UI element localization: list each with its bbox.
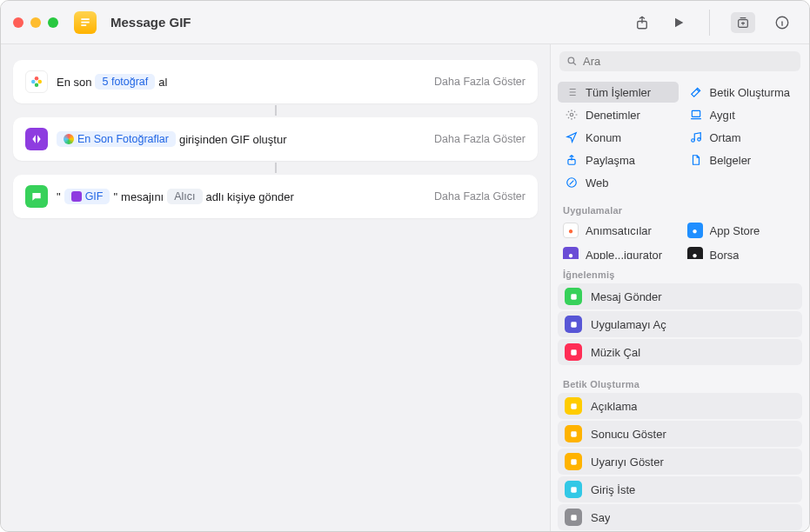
scripting-list: AçıklamaSonucu GösterUyarıyı GösterGiriş… <box>558 393 802 531</box>
script-input[interactable]: Giriş İste <box>558 476 802 502</box>
message-icon <box>565 288 582 305</box>
action-make-gif[interactable]: En Son Fotoğraflar girişinden GIF oluştu… <box>13 117 538 161</box>
pinned-play[interactable]: Müzik Çal <box>558 339 802 365</box>
category-label: Konum <box>586 131 621 144</box>
count-icon <box>565 509 582 526</box>
result-icon <box>565 425 582 442</box>
app-appstore[interactable]: ●App Store <box>682 219 803 242</box>
section-header-apps: Uygulamalar <box>558 200 802 219</box>
svg-rect-18 <box>571 431 576 436</box>
svg-point-3 <box>35 76 39 81</box>
device-icon <box>689 108 703 122</box>
list-item-label: Müzik Çal <box>591 346 640 359</box>
category-wand[interactable]: Betik Oluşturma <box>682 82 803 103</box>
stocks-icon: ● <box>687 247 703 259</box>
svg-point-6 <box>31 80 36 84</box>
search-input[interactable] <box>583 55 793 68</box>
recipient-token[interactable]: Alıcı <box>167 189 202 204</box>
share-icon <box>565 153 579 167</box>
safari-icon <box>565 176 579 190</box>
content-area: En son 5 fotoğraf al Daha Fazla Göster E… <box>1 44 809 531</box>
category-label: Belgeler <box>710 154 752 167</box>
workflow-editor[interactable]: En son 5 fotoğraf al Daha Fazla Göster E… <box>1 44 551 531</box>
script-result[interactable]: Sonucu Göster <box>558 421 802 447</box>
shortcut-icon <box>74 11 97 34</box>
list-item-label: Uygulamayı Aç <box>591 318 666 331</box>
svg-point-5 <box>35 83 39 88</box>
run-button[interactable] <box>669 13 688 32</box>
gif-action-icon <box>25 128 48 150</box>
svg-rect-15 <box>571 322 576 327</box>
share-button[interactable] <box>633 13 652 32</box>
cfg-icon: ● <box>563 247 579 259</box>
apps-grid: ●Anımsatıcılar●App Store●Apple...igurato… <box>558 219 802 259</box>
category-gear[interactable]: Denetimler <box>558 104 679 125</box>
category-label: Paylaşma <box>586 154 635 167</box>
list-item-label: Uyarıyı Göster <box>591 456 664 469</box>
input-variable-token[interactable]: En Son Fotoğraflar <box>57 131 176 147</box>
category-safari[interactable]: Web <box>558 172 679 193</box>
category-label: Ortam <box>710 131 741 144</box>
photo-count-token[interactable]: 5 fotoğraf <box>95 74 155 90</box>
category-share[interactable]: Paylaşma <box>558 150 679 170</box>
category-device[interactable]: Aygıt <box>682 104 803 125</box>
svg-point-4 <box>38 80 43 84</box>
action-library: Tüm İşlemlerBetik OluşturmaDenetimlerAyg… <box>551 44 809 531</box>
category-label: Web <box>586 176 609 190</box>
category-list[interactable]: Tüm İşlemler <box>558 82 679 103</box>
show-more-button[interactable]: Daha Fazla Göster <box>434 133 525 145</box>
gif-variable-token[interactable]: GIF <box>64 189 110 204</box>
action-get-photos[interactable]: En son 5 fotoğraf al Daha Fazla Göster <box>13 60 538 103</box>
gear-icon <box>565 108 579 122</box>
svg-rect-21 <box>571 515 576 520</box>
library-toggle-button[interactable] <box>731 12 755 33</box>
info-button[interactable] <box>773 13 792 32</box>
script-comment[interactable]: Açıklama <box>558 393 802 419</box>
list-icon <box>565 85 579 99</box>
svg-point-8 <box>570 113 573 116</box>
svg-rect-20 <box>571 487 576 492</box>
svg-point-7 <box>568 57 574 63</box>
app-cfg[interactable]: ●Apple...igurator <box>558 243 679 259</box>
category-doc[interactable]: Belgeler <box>682 150 803 170</box>
pinned-open[interactable]: Uygulamayı Aç <box>558 311 802 337</box>
comment-icon <box>565 397 582 415</box>
wand-icon <box>689 85 703 99</box>
photos-app-icon <box>25 70 48 93</box>
category-label: Aygıt <box>710 109 735 122</box>
close-button[interactable] <box>13 17 23 28</box>
app-stocks[interactable]: ●Borsa <box>682 243 803 259</box>
zoom-button[interactable] <box>48 17 58 28</box>
input-icon <box>565 481 582 498</box>
app-window: Message GIF En s <box>0 0 810 532</box>
action-text: En Son Fotoğraflar girişinden GIF oluştu… <box>57 131 286 147</box>
titlebar: Message GIF <box>1 1 809 44</box>
action-text: " GIF " mesajını Alıcı adlı kişiye gönde… <box>57 189 294 204</box>
window-controls <box>13 17 58 28</box>
appstore-icon: ● <box>687 223 703 238</box>
section-header-scripting: Betik Oluşturma <box>558 374 802 393</box>
category-music[interactable]: Ortam <box>682 127 803 148</box>
pinned-message[interactable]: Mesaj Gönder <box>558 283 802 309</box>
action-send-message[interactable]: " GIF " mesajını Alıcı adlı kişiye gönde… <box>13 175 538 218</box>
category-label: Tüm İşlemler <box>586 86 651 99</box>
script-alert[interactable]: Uyarıyı Göster <box>558 449 802 475</box>
photos-variable-icon <box>64 134 74 144</box>
show-more-button[interactable]: Daha Fazla Göster <box>434 190 525 203</box>
svg-point-10 <box>691 139 694 143</box>
category-location[interactable]: Konum <box>558 127 679 148</box>
minimize-button[interactable] <box>30 17 41 28</box>
list-item-label: Mesaj Gönder <box>591 290 662 303</box>
show-more-button[interactable]: Daha Fazla Göster <box>434 76 525 88</box>
library-scroll[interactable]: Uygulamalar ●Anımsatıcılar●App Store●App… <box>551 200 809 531</box>
search-field[interactable] <box>559 51 800 71</box>
toolbar-divider <box>709 10 710 36</box>
doc-icon <box>689 153 703 167</box>
alert-icon <box>565 453 582 470</box>
app-reminders[interactable]: ●Anımsatıcılar <box>558 219 679 242</box>
category-label: Betik Oluşturma <box>710 86 790 99</box>
script-count[interactable]: Say <box>558 504 802 530</box>
category-label: Denetimler <box>586 109 640 122</box>
app-label: App Store <box>710 224 760 237</box>
svg-rect-14 <box>571 294 576 299</box>
